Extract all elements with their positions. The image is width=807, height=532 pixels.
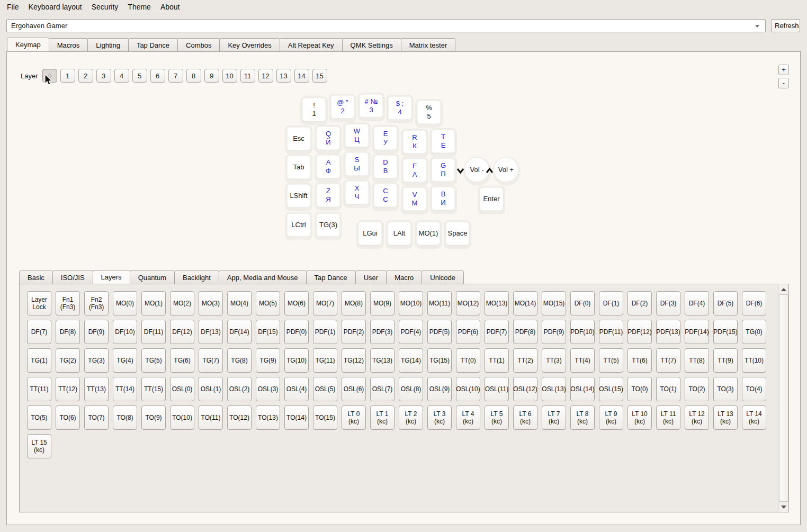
- key-5[interactable]: %5: [415, 99, 443, 128]
- keycode-tt-12[interactable]: TT(12): [56, 377, 80, 401]
- key-w[interactable]: WЦ: [343, 122, 371, 151]
- keycode-pdf-0[interactable]: PDF(0): [284, 320, 309, 344]
- keycode-tt-8[interactable]: TT(8): [685, 348, 709, 373]
- key-g[interactable]: GП: [429, 157, 457, 185]
- keycode-tg-9[interactable]: TG(9): [256, 348, 280, 373]
- tab-iso-jis[interactable]: ISO/JIS: [52, 270, 93, 284]
- keycode-tt-11[interactable]: TT(11): [27, 377, 51, 401]
- keycode-df-4[interactable]: DF(4): [685, 291, 709, 315]
- keycode-osl-4[interactable]: OSL(4): [284, 377, 309, 401]
- menu-item-theme[interactable]: Theme: [123, 1, 156, 13]
- key-3[interactable]: # №3: [357, 93, 385, 121]
- keycode-pdf-9[interactable]: PDF(9): [542, 320, 566, 344]
- keycode-tt-0[interactable]: TT(0): [456, 348, 480, 373]
- keycode-tg-14[interactable]: TG(14): [399, 348, 423, 373]
- keycode-osl-0[interactable]: OSL(0): [170, 377, 194, 401]
- keycode-df-7[interactable]: DF(7): [27, 320, 51, 344]
- keycode-mo-12[interactable]: MO(12): [456, 291, 480, 315]
- scroll-down-icon[interactable]: [778, 502, 788, 512]
- menu-item-keyboard-layout[interactable]: Keyboard layout: [24, 1, 87, 13]
- keycode-pdf-8[interactable]: PDF(8): [513, 320, 537, 344]
- keycode-osl-13[interactable]: OSL(13): [542, 377, 566, 401]
- menu-item-file[interactable]: File: [2, 1, 24, 13]
- menu-item-about[interactable]: About: [156, 1, 185, 13]
- keycode-tg-8[interactable]: TG(8): [227, 348, 252, 373]
- keycode-pdf-2[interactable]: PDF(2): [342, 320, 366, 344]
- keycode-layer-lock[interactable]: Layer Lock: [27, 291, 51, 315]
- keycode-to-2[interactable]: TO(2): [685, 377, 709, 401]
- keycode-df-10[interactable]: DF(10): [113, 320, 137, 344]
- tab-macro[interactable]: Macro: [386, 270, 422, 284]
- scrollbar[interactable]: [778, 284, 788, 512]
- keycode-tt-5[interactable]: TT(5): [599, 348, 623, 373]
- keycode-mo-3[interactable]: MO(3): [199, 291, 223, 315]
- keycode-mo-0[interactable]: MO(0): [113, 291, 137, 315]
- tab-qmk-settings[interactable]: QMK Settings: [342, 38, 401, 52]
- keycode-osl-11[interactable]: OSL(11): [485, 377, 509, 401]
- keycode-lt-0-kc[interactable]: LT 0 (kc): [342, 405, 366, 430]
- keycode-lt-8-kc[interactable]: LT 8 (kc): [570, 405, 595, 430]
- key-esc[interactable]: Esc: [285, 125, 312, 154]
- keycode-lt-2-kc[interactable]: LT 2 (kc): [399, 405, 423, 430]
- keycode-tg-11[interactable]: TG(11): [313, 348, 337, 373]
- keycode-lt-9-kc[interactable]: LT 9 (kc): [599, 405, 623, 430]
- keycode-mo-13[interactable]: MO(13): [485, 291, 509, 315]
- keycode-fn2-fn3[interactable]: Fn2 (Fn3): [84, 291, 109, 315]
- keycode-lt-5-kc[interactable]: LT 5 (kc): [485, 405, 509, 430]
- keycode-mo-5[interactable]: MO(5): [256, 291, 280, 315]
- keycode-df-12[interactable]: DF(12): [170, 320, 194, 344]
- tab-layers[interactable]: Layers: [93, 270, 130, 284]
- tab-key-overrides[interactable]: Key Overrides: [219, 38, 280, 52]
- keycode-pdf-10[interactable]: PDF(10): [570, 320, 595, 344]
- keycode-tt-1[interactable]: TT(1): [485, 348, 509, 373]
- menu-item-security[interactable]: Security: [87, 1, 123, 13]
- key-f[interactable]: FА: [401, 157, 428, 186]
- tab-backlight[interactable]: Backlight: [174, 270, 219, 284]
- keycode-lt-7-kc[interactable]: LT 7 (kc): [542, 405, 566, 430]
- keycode-df-1[interactable]: DF(1): [599, 291, 623, 315]
- keycode-osl-8[interactable]: OSL(8): [399, 377, 423, 401]
- keycode-to-13[interactable]: TO(13): [256, 405, 280, 430]
- key-lshift[interactable]: LShift: [285, 183, 312, 211]
- keycode-pdf-4[interactable]: PDF(4): [399, 320, 423, 344]
- keycode-tt-4[interactable]: TT(4): [570, 348, 595, 373]
- key-enter[interactable]: Enter: [478, 186, 505, 214]
- keycode-to-7[interactable]: TO(7): [84, 405, 109, 430]
- keycode-mo-8[interactable]: MO(8): [342, 291, 366, 315]
- key-space[interactable]: Space: [444, 220, 471, 249]
- keycode-df-11[interactable]: DF(11): [141, 320, 166, 344]
- keycode-pdf-14[interactable]: PDF(14): [685, 320, 709, 344]
- keycode-tg-13[interactable]: TG(13): [370, 348, 394, 373]
- keycode-lt-14-kc[interactable]: LT 14 (kc): [742, 405, 766, 430]
- keycode-to-3[interactable]: TO(3): [713, 377, 738, 401]
- keycode-mo-11[interactable]: MO(11): [427, 291, 452, 315]
- keycode-osl-10[interactable]: OSL(10): [456, 377, 480, 401]
- keycode-df-8[interactable]: DF(8): [56, 320, 80, 344]
- tab-matrix-tester[interactable]: Matrix tester: [401, 38, 456, 52]
- tab-basic[interactable]: Basic: [19, 270, 53, 284]
- keycode-mo-9[interactable]: MO(9): [370, 291, 394, 315]
- keycode-to-15[interactable]: TO(15): [313, 405, 337, 430]
- key-2[interactable]: @ "2: [329, 94, 356, 122]
- keycode-tg-7[interactable]: TG(7): [199, 348, 223, 373]
- keycode-pdf-7[interactable]: PDF(7): [485, 320, 509, 344]
- key-lctrl[interactable]: LCtrl: [285, 212, 312, 240]
- keycode-pdf-12[interactable]: PDF(12): [627, 320, 652, 344]
- keycode-tg-2[interactable]: TG(2): [56, 348, 80, 373]
- keycode-fn1-fn3[interactable]: Fn1 (Fn3): [56, 291, 80, 315]
- keycode-df-5[interactable]: DF(5): [713, 291, 738, 315]
- keycode-lt-13-kc[interactable]: LT 13 (kc): [713, 405, 738, 430]
- keycode-lt-12-kc[interactable]: LT 12 (kc): [685, 405, 709, 430]
- keycode-df-2[interactable]: DF(2): [627, 291, 652, 315]
- key-mo-1[interactable]: MO(1): [415, 220, 442, 249]
- key-a[interactable]: AФ: [315, 154, 342, 182]
- tab-user[interactable]: User: [355, 270, 387, 284]
- scrollbar-thumb[interactable]: [779, 294, 788, 502]
- keycode-tg-15[interactable]: TG(15): [427, 348, 452, 373]
- keycode-tt-9[interactable]: TT(9): [713, 348, 738, 373]
- keycode-to-14[interactable]: TO(14): [284, 405, 309, 430]
- key-s[interactable]: SЫ: [343, 151, 371, 179]
- encoder-vol[interactable]: Vol +: [492, 157, 521, 186]
- keycode-tg-3[interactable]: TG(3): [84, 348, 109, 373]
- keycode-tt-7[interactable]: TT(7): [656, 348, 680, 373]
